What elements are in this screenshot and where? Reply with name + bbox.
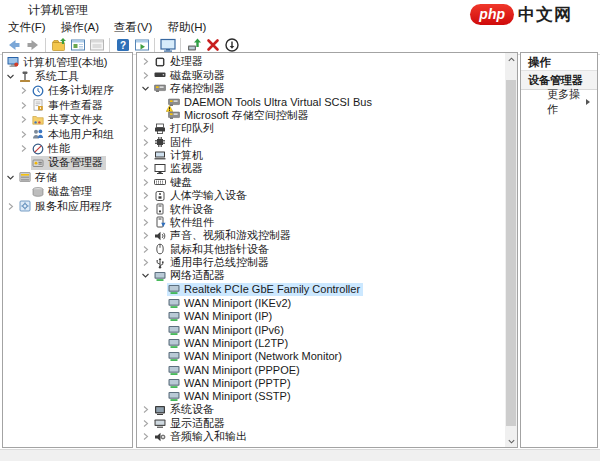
show-action-pane-button[interactable] (132, 37, 151, 54)
vertical-scrollbar[interactable] (505, 53, 517, 447)
chevron-collapsed-icon[interactable] (19, 101, 28, 110)
chevron-expanded-icon[interactable] (141, 271, 150, 280)
display-adapter-icon (154, 417, 166, 429)
device-tree-item[interactable]: 软件组件 (137, 216, 517, 229)
scrollbar-thumb[interactable] (506, 80, 516, 426)
device-tree-item[interactable]: WAN Miniport (PPPOE) (137, 363, 517, 376)
device-tree-item[interactable]: 监视器 (137, 162, 517, 175)
scroll-down-button[interactable] (505, 435, 517, 447)
chevron-collapsed-icon[interactable] (141, 71, 150, 80)
chevron-collapsed-icon[interactable] (141, 204, 150, 213)
scan-hardware-changes-button[interactable] (222, 37, 241, 54)
properties-button[interactable] (68, 37, 87, 54)
device-tree-item[interactable]: Microsoft 存储空间控制器 (137, 109, 517, 122)
chevron-expanded-icon[interactable] (6, 72, 15, 81)
device-tree-item[interactable]: DAEMON Tools Ultra Virtual SCSI Bus (137, 95, 517, 108)
menu-help[interactable]: 帮助(H) (167, 20, 206, 35)
chevron-collapsed-icon[interactable] (141, 178, 150, 187)
chevron-collapsed-icon[interactable] (141, 138, 150, 147)
forward-button[interactable] (23, 37, 42, 54)
console-tree-item[interactable]: 任务计划程序 (3, 84, 132, 98)
back-button[interactable] (4, 37, 23, 54)
tree-item-label: 任务计划程序 (48, 83, 114, 98)
show-console-tree-button[interactable] (49, 37, 68, 54)
device-tree-item[interactable]: 系统设备 (137, 403, 517, 416)
chevron-collapsed-icon[interactable] (141, 258, 150, 267)
chevron-collapsed-icon[interactable] (141, 419, 150, 428)
chevron-collapsed-icon[interactable] (19, 86, 28, 95)
toolbar-separator (154, 38, 155, 52)
device-tree-item[interactable]: 通用串行总线控制器 (137, 256, 517, 269)
chevron-collapsed-icon[interactable] (19, 144, 28, 153)
more-actions-item[interactable]: 更多操作 (521, 90, 597, 112)
device-tree-item[interactable]: 音频输入和输出 (137, 430, 517, 443)
update-driver-button[interactable] (184, 37, 203, 54)
device-tree-item[interactable]: WAN Miniport (Network Monitor) (137, 350, 517, 363)
chevron-collapsed-icon[interactable] (141, 57, 150, 66)
device-tree-item[interactable]: WAN Miniport (IKEv2) (137, 296, 517, 309)
chevron-collapsed-icon[interactable] (141, 124, 150, 133)
scroll-up-button[interactable] (505, 53, 517, 65)
console-tree-item[interactable]: 系统工具 (3, 69, 132, 83)
chevron-collapsed-icon[interactable] (141, 218, 150, 227)
help-button[interactable]: ? (113, 37, 132, 54)
console-tree-item[interactable]: 本地用户和组 (3, 127, 132, 141)
device-tree-item[interactable]: WAN Miniport (IPv6) (137, 323, 517, 336)
chevron-collapsed-icon[interactable] (141, 245, 150, 254)
computer-view-button[interactable] (158, 37, 177, 54)
console-tree-item[interactable]: 磁盘管理 (3, 185, 132, 199)
computer-icon (154, 149, 166, 161)
console-tree-item[interactable]: 存储 (3, 170, 132, 184)
chevron-expanded-icon[interactable] (6, 173, 15, 182)
device-tree-item[interactable]: 计算机 (137, 149, 517, 162)
console-tree-item[interactable]: 性能 (3, 141, 132, 155)
chevron-collapsed-icon[interactable] (141, 164, 150, 173)
device-tree-item[interactable]: WAN Miniport (SSTP) (137, 390, 517, 403)
help-icon: ? (115, 37, 131, 53)
console-tree-pane: 计算机管理(本地)系统工具任务计划程序事件查看器共享文件夹本地用户和组性能设备管… (2, 52, 133, 448)
console-tree-item[interactable]: 共享文件夹 (3, 113, 132, 127)
firmware-icon (154, 136, 166, 148)
menu-view[interactable]: 查看(V) (114, 20, 152, 35)
chevron-collapsed-icon[interactable] (141, 151, 150, 160)
chevron-collapsed-icon[interactable] (141, 405, 150, 414)
device-tree-item[interactable]: 网络适配器 (137, 269, 517, 282)
device-tree-item[interactable]: WAN Miniport (IP) (137, 309, 517, 322)
device-tree-item[interactable]: 软件设备 (137, 202, 517, 215)
device-tree-item[interactable]: WAN Miniport (PPTP) (137, 376, 517, 389)
device-tree-item[interactable]: 打印队列 (137, 122, 517, 135)
chevron-expanded-icon[interactable] (141, 84, 150, 93)
menu-action[interactable]: 操作(A) (61, 20, 99, 35)
device-tree-item[interactable]: 键盘 (137, 176, 517, 189)
console-tree-item[interactable]: 事件查看器 (3, 98, 132, 112)
device-tree-item[interactable]: Realtek PCIe GbE Family Controller (137, 283, 517, 296)
storage-controller-icon (168, 109, 180, 121)
chevron-collapsed-icon[interactable] (19, 115, 28, 124)
chevron-collapsed-icon[interactable] (141, 432, 150, 441)
actions-pane-header: 操作 (521, 53, 597, 71)
event-viewer-icon (32, 99, 44, 111)
export-list-button[interactable] (87, 37, 106, 54)
software-component-icon (154, 216, 166, 228)
device-tree-item[interactable]: 固件 (137, 135, 517, 148)
device-tree-item[interactable]: 处理器 (137, 55, 517, 68)
chevron-collapsed-icon[interactable] (141, 231, 150, 240)
device-tree-item[interactable]: 鼠标和其他指针设备 (137, 242, 517, 255)
device-tree-item[interactable]: WAN Miniport (L2TP) (137, 336, 517, 349)
chevron-collapsed-icon[interactable] (141, 191, 150, 200)
device-manager-icon (32, 157, 44, 169)
device-tree-item[interactable]: 磁盘驱动器 (137, 68, 517, 81)
chevron-collapsed-icon[interactable] (6, 202, 15, 211)
uninstall-device-button[interactable] (203, 37, 222, 54)
console-tree-item[interactable]: 设备管理器 (3, 156, 132, 170)
menu-file[interactable]: 文件(F) (8, 20, 46, 35)
device-tree-item[interactable]: 声音、视频和游戏控制器 (137, 229, 517, 242)
more-actions-arrow-icon (584, 98, 592, 106)
device-tree-item[interactable]: 存储控制器 (137, 82, 517, 95)
device-tree-item[interactable]: 显示适配器 (137, 417, 517, 430)
console-tree-item[interactable]: 计算机管理(本地) (3, 55, 132, 69)
console-tree-item[interactable]: 服务和应用程序 (3, 199, 132, 213)
storage-icon (19, 171, 31, 183)
device-tree-item[interactable]: 人体学输入设备 (137, 189, 517, 202)
chevron-collapsed-icon[interactable] (19, 130, 28, 139)
